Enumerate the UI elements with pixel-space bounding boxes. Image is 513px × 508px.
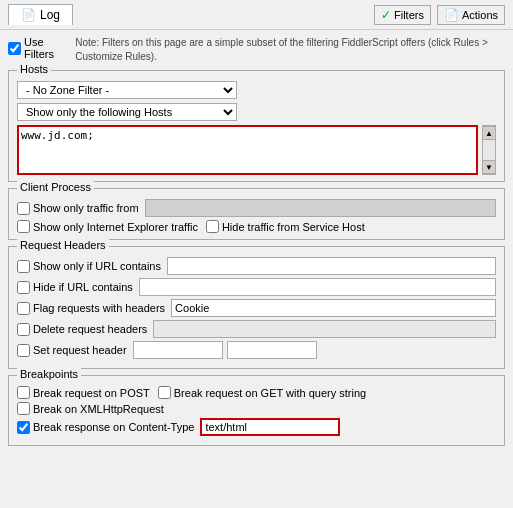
hide-service-label[interactable]: Hide traffic from Service Host [206,220,365,233]
hide-url-row: Hide if URL contains [17,278,496,296]
show-traffic-label: Show only traffic from [33,202,139,214]
set-header-inputs [133,341,317,359]
use-filters-label: Use Filters [24,36,67,60]
set-header-row: Set request header [17,341,496,359]
hide-service-text: Hide traffic from Service Host [222,221,365,233]
use-filters-checkbox[interactable] [8,42,21,55]
url-contains-label: Show only if URL contains [33,260,161,272]
show-traffic-input[interactable] [145,199,496,217]
hide-url-input[interactable] [139,278,496,296]
use-filters-checkbox-label[interactable]: Use Filters [8,36,67,60]
client-process-body: Show only traffic from Show only Interne… [9,189,504,239]
flag-headers-label: Flag requests with headers [33,302,165,314]
bp-content-type-input[interactable] [200,418,340,436]
bp-post-text: Break request on POST [33,387,150,399]
flag-headers-row: Flag requests with headers [17,299,496,317]
bp-content-type-checkbox[interactable] [17,421,30,434]
breakpoints-section: Breakpoints Break request on POST Break … [8,375,505,446]
url-contains-row: Show only if URL contains [17,257,496,275]
hosts-textarea-row: www.jd.com; ▲ ▼ [17,125,496,175]
zone-filter-row: - No Zone Filter - [17,81,496,99]
flag-headers-input[interactable] [171,299,496,317]
check-icon: ✓ [381,8,391,22]
hide-url-checkbox-label[interactable]: Hide if URL contains [17,281,133,294]
client-process-section: Client Process Show only traffic from Sh… [8,188,505,240]
delete-headers-label: Delete request headers [33,323,147,335]
tab-log[interactable]: 📄 Log [8,4,73,25]
show-traffic-checkbox-label[interactable]: Show only traffic from [17,202,139,215]
hide-service-checkbox[interactable] [206,220,219,233]
breakpoints-title: Breakpoints [17,368,81,380]
set-header-checkbox[interactable] [17,344,30,357]
url-contains-checkbox[interactable] [17,260,30,273]
show-traffic-checkbox[interactable] [17,202,30,215]
hosts-section: Hosts - No Zone Filter - Show only the f… [8,70,505,182]
url-contains-checkbox-label[interactable]: Show only if URL contains [17,260,161,273]
bp-get-checkbox[interactable] [158,386,171,399]
set-header-checkbox-label[interactable]: Set request header [17,344,127,357]
bp-row3: Break response on Content-Type [17,418,496,436]
main-content: Use Filters Note: Filters on this page a… [0,30,513,458]
use-filters-row: Use Filters Note: Filters on this page a… [8,36,505,64]
bp-row1: Break request on POST Break request on G… [17,386,496,399]
hide-url-checkbox[interactable] [17,281,30,294]
show-ie-text: Show only Internet Explorer traffic [33,221,198,233]
delete-headers-input[interactable] [153,320,496,338]
delete-headers-checkbox-label[interactable]: Delete request headers [17,323,147,336]
flag-headers-checkbox[interactable] [17,302,30,315]
hide-url-label: Hide if URL contains [33,281,133,293]
log-tab-label: Log [40,8,60,22]
breakpoints-body: Break request on POST Break request on G… [9,376,504,445]
show-ie-checkbox[interactable] [17,220,30,233]
hosts-section-body: - No Zone Filter - Show only the followi… [9,71,504,181]
actions-label: Actions [462,9,498,21]
show-hosts-select[interactable]: Show only the following Hosts [17,103,237,121]
delete-headers-row: Delete request headers [17,320,496,338]
doc-icon: 📄 [21,8,36,22]
bp-post-label[interactable]: Break request on POST [17,386,150,399]
actions-button[interactable]: 📄 Actions [437,5,505,25]
hosts-section-title: Hosts [17,63,51,75]
set-header-value-input[interactable] [227,341,317,359]
scrollbar-down-btn[interactable]: ▼ [482,160,496,174]
url-contains-input[interactable] [167,257,496,275]
note-text: Note: Filters on this page are a simple … [75,36,505,64]
request-headers-title: Request Headers [17,239,109,251]
bp-content-type-label[interactable]: Break response on Content-Type [17,421,194,434]
show-hosts-row: Show only the following Hosts [17,103,496,121]
request-headers-section: Request Headers Show only if URL contain… [8,246,505,369]
hosts-textarea[interactable]: www.jd.com; [17,125,478,175]
set-header-label: Set request header [33,344,127,356]
filters-button[interactable]: ✓ Filters [374,5,431,25]
bp-xmlhttp-checkbox[interactable] [17,402,30,415]
request-headers-body: Show only if URL contains Hide if URL co… [9,247,504,368]
top-bar-left: 📄 Log [8,4,73,25]
bp-xmlhttp-text: Break on XMLHttpRequest [33,403,164,415]
client-process-two-col: Show only Internet Explorer traffic Hide… [17,220,496,233]
top-bar: 📄 Log ✓ Filters 📄 Actions [0,0,513,30]
actions-icon: 📄 [444,8,459,22]
filters-label: Filters [394,9,424,21]
bp-content-type-text: Break response on Content-Type [33,421,194,433]
bp-get-label[interactable]: Break request on GET with query string [158,386,366,399]
bp-row2: Break on XMLHttpRequest [17,402,496,415]
client-process-title: Client Process [17,181,94,193]
show-traffic-row: Show only traffic from [17,199,496,217]
bp-xmlhttp-label[interactable]: Break on XMLHttpRequest [17,402,164,415]
set-header-name-input[interactable] [133,341,223,359]
zone-filter-select[interactable]: - No Zone Filter - [17,81,237,99]
bp-get-text: Break request on GET with query string [174,387,366,399]
scrollbar-up-btn[interactable]: ▲ [482,126,496,140]
delete-headers-checkbox[interactable] [17,323,30,336]
flag-headers-checkbox-label[interactable]: Flag requests with headers [17,302,165,315]
bp-post-checkbox[interactable] [17,386,30,399]
show-ie-label[interactable]: Show only Internet Explorer traffic [17,220,198,233]
hosts-scrollbar[interactable]: ▲ ▼ [482,125,496,175]
